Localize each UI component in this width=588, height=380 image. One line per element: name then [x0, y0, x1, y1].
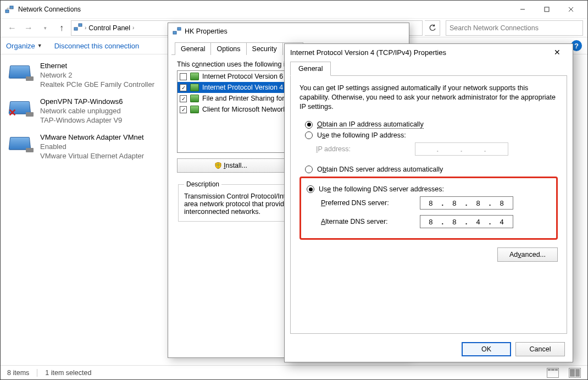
advanced-button[interactable]: Advanced... [497, 247, 558, 262]
network-icon [173, 26, 181, 37]
large-icons-view-icon[interactable] [569, 368, 581, 378]
close-button[interactable] [559, 2, 583, 17]
component-label: Client for Microsoft Networks [202, 106, 290, 113]
dialog-title: HK Properties [185, 27, 228, 35]
svg-rect-6 [74, 27, 77, 30]
svg-rect-3 [545, 7, 549, 12]
radio-label: Use the following DNS server addresses: [319, 185, 444, 193]
adapter-status: Network 2 [40, 70, 154, 80]
close-button[interactable]: ✕ [547, 45, 567, 60]
checkbox[interactable]: ✓ [180, 95, 187, 102]
cancel-button[interactable]: Cancel [515, 342, 565, 356]
dialog-title: Internet Protocol Version 4 (TCP/IPv4) P… [290, 48, 446, 57]
ip-address-input: ... [415, 142, 508, 156]
network-icon [5, 5, 14, 14]
tab-security[interactable]: Security [246, 42, 283, 55]
svg-rect-9 [177, 27, 181, 30]
radio-dns-auto[interactable]: Obtain DNS server address automatically [305, 166, 558, 173]
description-title: Description [184, 180, 221, 188]
forward-button[interactable]: → [21, 21, 36, 35]
status-selected-count: 1 item selected [45, 369, 91, 377]
radio-label: Use the following IP address: [317, 131, 406, 139]
organize-menu[interactable]: Organize ▼ [6, 42, 42, 50]
preferred-dns-label: Preferred DNS server: [321, 199, 420, 207]
titlebar: Network Connections [1, 1, 587, 18]
alternate-dns-input[interactable]: 8. 8. 4. 4 [420, 215, 513, 228]
install-button[interactable]: Install... [177, 158, 285, 173]
ip-address-label: IP address: [316, 145, 415, 153]
radio-dns-manual[interactable]: Use the following DNS server addresses: [307, 185, 551, 193]
protocol-icon [190, 84, 199, 91]
maximize-button[interactable] [535, 2, 559, 17]
error-x-icon: ✕ [8, 107, 16, 119]
tab-general[interactable]: General [175, 42, 211, 55]
svg-rect-7 [79, 24, 82, 26]
network-connections-window: Network Connections ← → ▾ ↑ › Control Pa… [0, 0, 588, 380]
radio-ip-auto[interactable]: Obtain an IP address automatically [305, 120, 558, 129]
breadcrumb-item[interactable]: Control Panel [88, 24, 130, 32]
client-icon [190, 106, 199, 113]
checkbox[interactable]: ✓ [180, 84, 187, 91]
tab-general[interactable]: General [290, 62, 331, 76]
tab-options[interactable]: Options [210, 42, 246, 55]
svg-rect-8 [173, 31, 176, 34]
up-button[interactable]: ↑ [54, 21, 69, 35]
radio-icon [305, 121, 313, 129]
radio-icon [305, 131, 313, 139]
minimize-button[interactable] [511, 2, 535, 17]
nic-icon [8, 61, 35, 83]
radio-ip-manual[interactable]: Use the following IP address: [305, 131, 558, 139]
chevron-right-icon: › [85, 25, 86, 31]
radio-icon [307, 185, 314, 193]
search-input[interactable]: Search Network Connections [446, 20, 583, 36]
ipv4-properties-dialog: Internet Protocol Version 4 (TCP/IPv4) P… [284, 43, 573, 362]
tab-strip: General [285, 62, 573, 76]
shield-icon [215, 162, 221, 169]
nav-root-icon [74, 23, 82, 33]
chevron-right-icon: › [132, 25, 134, 31]
dialog-titlebar: Internet Protocol Version 4 (TCP/IPv4) P… [285, 44, 573, 60]
adapter-status: Enabled [40, 142, 144, 151]
service-icon [190, 95, 199, 102]
status-bar: 8 items 1 item selected [1, 365, 587, 379]
adapter-name: Ethernet [40, 61, 154, 70]
adapter-name: OpenVPN TAP-Windows6 [40, 97, 123, 106]
disconnect-button[interactable]: Disconnect this connection [54, 42, 140, 50]
preferred-dns-input[interactable]: 8. 8. 8. 8 [420, 196, 513, 210]
radio-icon [305, 166, 313, 173]
dns-highlight-frame: Use the following DNS server addresses: … [299, 177, 558, 240]
details-view-icon[interactable] [547, 368, 559, 378]
nic-icon [8, 133, 35, 155]
adapter-device: Realtek PCIe GbE Family Controller [40, 80, 154, 89]
checkbox[interactable]: ✓ [180, 106, 187, 113]
tab-panel-general: You can get IP settings assigned automat… [290, 75, 567, 334]
recent-dropdown[interactable]: ▾ [38, 21, 52, 35]
search-placeholder: Search Network Connections [450, 24, 539, 32]
window-title: Network Connections [18, 5, 81, 13]
dialog-titlebar: HK Properties [168, 23, 409, 40]
radio-label: Obtain an IP address automatically [317, 120, 424, 129]
adapter-device: TAP-Windows Adapter V9 [40, 115, 123, 125]
adapter-name: VMware Network Adapter VMnet [40, 133, 144, 142]
back-button[interactable]: ← [5, 21, 19, 35]
protocol-icon [190, 73, 199, 80]
alternate-dns-label: Alternate DNS server: [321, 218, 420, 225]
svg-rect-0 [5, 10, 9, 13]
ok-button[interactable]: OK [462, 342, 511, 356]
checkbox[interactable] [180, 73, 187, 80]
adapter-device: VMware Virtual Ethernet Adapter [40, 151, 144, 161]
refresh-button[interactable] [425, 20, 440, 36]
adapter-status: Network cable unplugged [40, 106, 123, 115]
intro-text: You can get IP settings assigned automat… [299, 84, 558, 112]
status-item-count: 8 items [7, 369, 29, 377]
radio-label: Obtain DNS server address automatically [317, 166, 443, 173]
nic-icon: ✕ [8, 97, 35, 119]
